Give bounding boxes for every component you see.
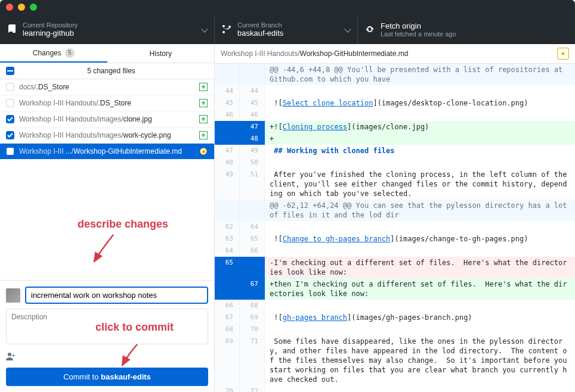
fetch-button[interactable]: Fetch origin Last fetched a minute ago: [358, 14, 575, 44]
line-number-old: 48: [215, 157, 240, 169]
branch-icon: [222, 24, 231, 34]
file-path: Workshop I-III Handouts/images/work-cycl…: [19, 131, 196, 139]
diff-file-header: Workshop I-III Handouts/Workshop-GitHubI…: [215, 44, 575, 64]
file-path: Workshop I-III Handouts/.DS_Store: [19, 99, 196, 107]
diff-line: 4545 ![Select clone location](images/des…: [215, 97, 575, 109]
select-all-checkbox[interactable]: [6, 67, 14, 75]
line-number-new: [240, 200, 265, 221]
fetch-label: Fetch origin: [381, 21, 568, 30]
diff-code: [265, 109, 575, 121]
diff-code: [265, 385, 575, 392]
diff-code: -I'm checking out a different set of fil…: [265, 257, 575, 278]
close-window-button[interactable]: [6, 4, 13, 11]
line-number-new: 51: [240, 169, 265, 200]
diff-line: 7072: [215, 385, 575, 392]
diff-line: @@ -62,12 +64,24 @@ You can see that the…: [215, 200, 575, 221]
diff-line: 4951 After you've finished the cloning p…: [215, 169, 575, 200]
diff-code: +![Cloning process](images/clone.jpg): [265, 121, 575, 133]
diff-code: After you've finished the cloning proces…: [265, 169, 575, 200]
line-number-new: 67: [240, 278, 265, 300]
diff-code: ## Working with cloned files: [265, 145, 575, 157]
diff-code: [265, 221, 575, 233]
diff-code: [265, 85, 575, 97]
diff-panel: Workshop I-III Handouts/Workshop-GitHubI…: [215, 44, 575, 392]
diff-code: [265, 300, 575, 312]
line-number-old: [215, 278, 240, 300]
diff-line: 6870: [215, 323, 575, 335]
diff-line: 67+then I'm checking out a different set…: [215, 278, 575, 300]
line-number-old: [215, 121, 240, 133]
line-number-new: 68: [240, 300, 265, 312]
file-item[interactable]: Workshop I-III .../Workshop-GitHubInterm…: [0, 144, 214, 160]
add-coauthor-icon[interactable]: [6, 351, 16, 361]
diff-options-button[interactable]: [557, 48, 569, 60]
line-number-new: 69: [240, 312, 265, 323]
diff-code: [265, 323, 575, 335]
file-item[interactable]: Workshop I-III Handouts/.DS_Store+: [0, 95, 214, 111]
file-path: docs/.DS_Store: [19, 83, 196, 91]
line-number-old: 66: [215, 300, 240, 312]
diff-line: 6466: [215, 245, 575, 257]
line-number-old: 44: [215, 85, 240, 97]
file-checkbox[interactable]: [6, 115, 14, 123]
line-number-old: 68: [215, 323, 240, 335]
diff-code: Some files have disappeared, like the on…: [265, 335, 575, 385]
diff-line: 65-I'm checking out a different set of f…: [215, 257, 575, 278]
chevron-down-icon: [201, 26, 208, 32]
diff-code: ![Select clone location](images/desktop-…: [265, 97, 575, 109]
commit-summary-input[interactable]: [25, 287, 208, 304]
commit-description-input[interactable]: [6, 309, 208, 344]
file-checkbox[interactable]: [6, 99, 14, 107]
repo-selector[interactable]: Current Repository learning-github: [0, 14, 215, 44]
fetch-sub: Last fetched a minute ago: [381, 30, 568, 38]
file-checkbox[interactable]: [6, 147, 14, 155]
branch-selector[interactable]: Current Branch baskauf-edits: [215, 14, 358, 44]
file-item[interactable]: docs/.DS_Store+: [0, 79, 214, 95]
line-number-new: 64: [240, 221, 265, 233]
file-item[interactable]: Workshop I-III Handouts/images/clone.jpg…: [0, 111, 214, 127]
diff-line: 4646: [215, 109, 575, 121]
file-checkbox[interactable]: [6, 131, 14, 139]
tab-changes[interactable]: Changes 5: [0, 44, 107, 63]
tab-history[interactable]: History: [107, 44, 215, 63]
line-number-new: 48: [240, 133, 265, 145]
status-added-icon: +: [199, 130, 208, 140]
diff-code: ![Change to gh-pages branch](images/chan…: [265, 233, 575, 245]
file-checkbox[interactable]: [6, 83, 14, 91]
commit-button[interactable]: Commit to baskauf-edits: [6, 368, 208, 386]
changes-header: 5 changed files: [0, 63, 214, 79]
line-number-old: 63: [215, 233, 240, 245]
status-modified-icon: [199, 147, 208, 156]
line-number-new: 45: [240, 97, 265, 109]
diff-code: ![gh-pages branch](images/gh-pages-branc…: [265, 312, 575, 323]
line-number-old: 49: [215, 169, 240, 200]
top-toolbar: Current Repository learning-github Curre…: [0, 14, 575, 44]
diff-line: @@ -44,6 +44,8 @@ You'll be presented wi…: [215, 64, 575, 85]
diff-line: 4444: [215, 85, 575, 97]
line-number-new: 46: [240, 109, 265, 121]
line-number-old: 46: [215, 109, 240, 121]
diff-body[interactable]: @@ -44,6 +44,8 @@ You'll be presented wi…: [215, 64, 575, 392]
line-number-new: [240, 257, 265, 278]
line-number-new: 72: [240, 385, 265, 392]
line-number-old: 64: [215, 245, 240, 257]
repo-icon: [7, 24, 17, 34]
svg-rect-0: [7, 70, 13, 71]
line-number-old: [215, 133, 240, 145]
diff-line: 48+: [215, 133, 575, 145]
repo-value: learning-github: [23, 29, 197, 38]
line-number-new: 47: [240, 121, 265, 133]
diff-code: +: [265, 133, 575, 145]
minimize-window-button[interactable]: [18, 4, 25, 11]
line-number-new: 65: [240, 233, 265, 245]
changed-files-list: docs/.DS_Store+Workshop I-III Handouts/.…: [0, 79, 214, 280]
maximize-window-button[interactable]: [30, 4, 37, 11]
changes-count-badge: 5: [65, 48, 75, 58]
diff-line: 4749 ## Working with cloned files: [215, 145, 575, 157]
file-item[interactable]: Workshop I-III Handouts/images/work-cycl…: [0, 127, 214, 144]
changes-count-text: 5 changed files: [14, 67, 208, 75]
sidebar-tabs: Changes 5 History: [0, 44, 214, 63]
status-added-icon: +: [199, 114, 208, 124]
diff-code: @@ -62,12 +64,24 @@ You can see that the…: [265, 200, 575, 221]
diff-line: 6769 ![gh-pages branch](images/gh-pages-…: [215, 312, 575, 323]
